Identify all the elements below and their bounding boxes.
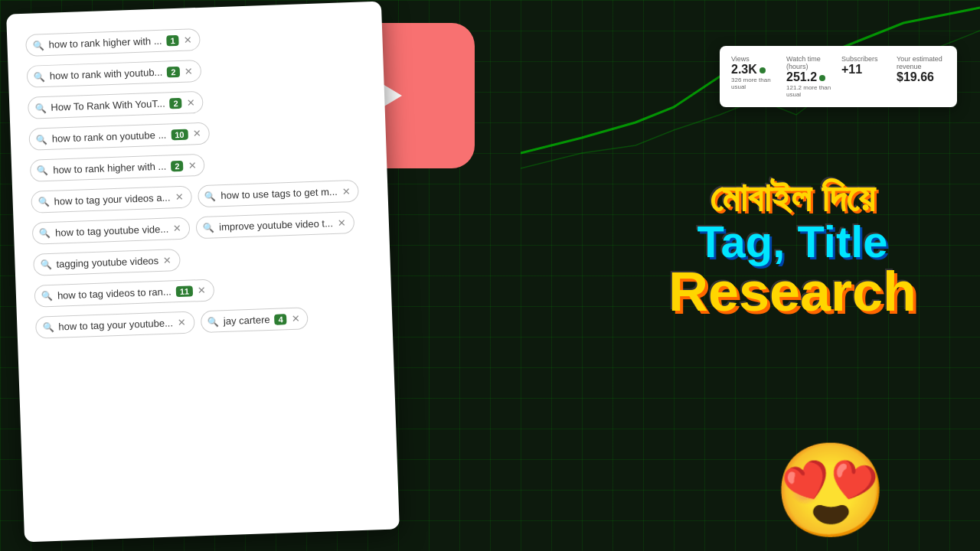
bengali-text-block: মোবাইল দিয়ে Tag, Title Research	[620, 176, 965, 319]
search-icon: 🔍	[38, 196, 49, 207]
heart-eyes-emoji: 😍	[773, 444, 888, 536]
views-stat: Views 2.3K 326 more than usual	[731, 55, 780, 90]
close-icon[interactable]: ✕	[192, 128, 201, 139]
list-item[interactable]: 🔍how to rank higher with ...1✕	[25, 28, 201, 57]
search-icon: 🔍	[39, 227, 51, 239]
subscribers-stat: Subscribers +11	[841, 55, 890, 77]
revenue-stat: Your estimated revenue $19.66	[897, 55, 946, 84]
close-icon[interactable]: ✕	[338, 217, 347, 228]
close-icon[interactable]: ✕	[183, 34, 192, 45]
search-icon: 🔍	[32, 40, 44, 51]
search-icon: 🔍	[42, 321, 54, 333]
tag-label: tagging youtube videos	[56, 255, 158, 270]
bengali-line1: মোবাইল দিয়ে	[620, 176, 965, 220]
list-item[interactable]: 🔍how to rank on youtube ...10✕	[28, 122, 210, 151]
tag-label: how to rank higher with ...	[53, 161, 167, 176]
search-icon: 🔍	[36, 133, 47, 145]
list-item[interactable]: 🔍jay cartere4✕	[200, 307, 309, 333]
close-icon[interactable]: ✕	[198, 285, 207, 296]
close-icon[interactable]: ✕	[173, 223, 182, 234]
tag-label: how to rank higher with ...	[48, 35, 162, 51]
search-icon: 🔍	[204, 191, 216, 202]
list-item[interactable]: 🔍how to tag your youtube...✕	[35, 311, 194, 338]
search-icon: 🔍	[207, 316, 219, 328]
close-icon[interactable]: ✕	[175, 191, 184, 203]
search-icon: 🔍	[41, 290, 53, 302]
tag-label: how to rank with youtub...	[50, 67, 163, 82]
list-item[interactable]: 🔍improve youtube video t...✕	[196, 211, 355, 239]
tag-label: how to tag youtube vide...	[55, 223, 169, 239]
list-item[interactable]: 🔍how to use tags to get m...✕	[198, 180, 359, 207]
tag-title-line: Tag, Title	[620, 220, 965, 264]
search-icon: 🔍	[34, 71, 45, 83]
tag-badge: 10	[171, 129, 188, 140]
tag-badge: 1	[166, 34, 179, 46]
close-icon[interactable]: ✕	[291, 313, 300, 324]
list-item[interactable]: 🔍how to rank with youtub...2✕	[26, 60, 201, 88]
stats-panel: Views 2.3K 326 more than usual Watch tim…	[720, 46, 957, 107]
close-icon[interactable]: ✕	[178, 317, 187, 328]
list-item[interactable]: 🔍how to rank higher with ...2✕	[30, 154, 205, 182]
close-icon[interactable]: ✕	[163, 254, 172, 266]
tag-label: how to rank on youtube ...	[52, 129, 167, 145]
watch-time-stat: Watch time (hours) 251.2 121.2 more than…	[786, 55, 835, 98]
search-icon: 🔍	[40, 259, 51, 270]
tag-badge: 4	[274, 314, 287, 325]
tag-badge: 2	[171, 160, 184, 171]
close-icon[interactable]: ✕	[341, 185, 351, 197]
search-icon: 🔍	[203, 222, 214, 233]
close-icon[interactable]: ✕	[184, 65, 193, 77]
tag-label: how to tag your videos a...	[54, 191, 170, 207]
list-item[interactable]: 🔍how to tag your videos a...✕	[31, 185, 192, 213]
search-icon: 🔍	[34, 103, 46, 114]
close-icon[interactable]: ✕	[186, 96, 195, 108]
tag-badge: 11	[176, 285, 194, 297]
tag-label: how to tag your youtube...	[58, 317, 173, 332]
research-line: Research	[620, 264, 965, 319]
list-item[interactable]: 🔍How To Rank With YouT...2✕	[28, 91, 204, 119]
tag-label: How To Rank With YouT...	[51, 98, 165, 113]
tag-badge: 2	[167, 66, 180, 77]
tag-label: how to use tags to get m...	[220, 186, 338, 201]
tag-badge: 2	[169, 97, 182, 109]
tag-label: how to tag videos to ran...	[57, 285, 172, 301]
tag-label: jay cartere	[224, 314, 270, 327]
tags-panel: 🔍how to rank higher with ...1✕🔍how to ra…	[6, 2, 400, 543]
tags-list: 🔍how to rank higher with ...1✕🔍how to ra…	[22, 18, 377, 342]
list-item[interactable]: 🔍tagging youtube videos✕	[33, 249, 181, 276]
tag-label: improve youtube video t...	[219, 217, 333, 233]
list-item[interactable]: 🔍how to tag videos to ran...11✕	[34, 279, 214, 308]
close-icon[interactable]: ✕	[188, 159, 197, 171]
search-icon: 🔍	[37, 165, 48, 176]
list-item[interactable]: 🔍how to tag youtube vide...✕	[32, 217, 191, 245]
